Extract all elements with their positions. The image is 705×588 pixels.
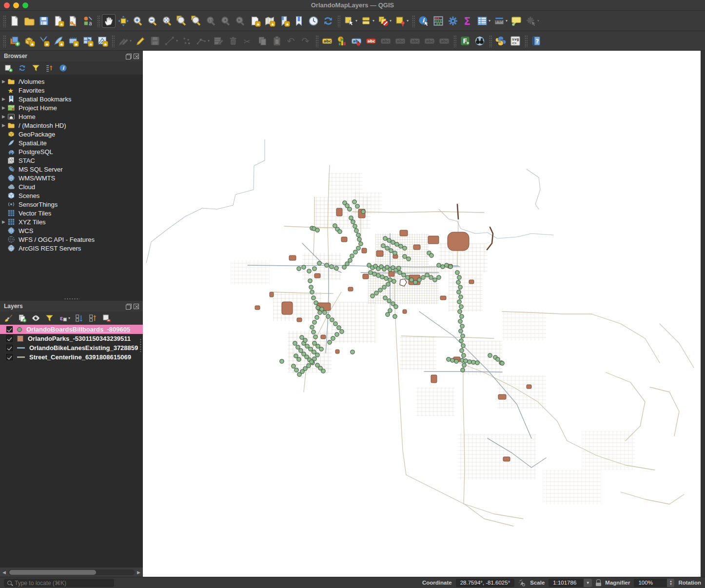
open-data-source-manager-button[interactable] (8, 34, 21, 48)
browser-item-volumes[interactable]: ▶/Volumes (0, 77, 143, 86)
browser-item-scenes[interactable]: Scenes (0, 191, 143, 200)
browser-item-wfs-ogc-api-features[interactable]: WFS / OGC API - Features (0, 235, 143, 244)
browser-close-button[interactable] (134, 54, 139, 59)
scale-combo[interactable]: 1:101786 ▼ (548, 579, 592, 587)
measure-line-button[interactable]: ▾ (492, 14, 509, 28)
refresh-map-button[interactable] (321, 14, 335, 28)
layer-symbol-swatch[interactable] (17, 327, 22, 332)
browser-item-cloud[interactable]: Cloud (0, 182, 143, 191)
expand-all-button[interactable] (75, 314, 84, 323)
layer-labeling-options-button[interactable]: abc (320, 34, 334, 48)
style-manager-button[interactable]: a (81, 14, 95, 28)
new-print-layout-button[interactable]: ★ (52, 14, 65, 28)
select-features-dropdown-arrow-icon[interactable]: ▾ (355, 19, 357, 23)
expander-icon[interactable]: ▶ (0, 114, 7, 119)
layers-hscrollbar[interactable]: ◀ ▶ (0, 567, 143, 577)
collapse-all-button[interactable] (88, 314, 98, 323)
expander-icon[interactable]: ▶ (0, 123, 7, 128)
mouse-extents-icon[interactable] (518, 579, 526, 587)
select-by-value-button[interactable]: ▾ (359, 14, 375, 28)
toolbar-grip[interactable] (453, 35, 456, 47)
layer-symbol-swatch[interactable] (17, 356, 25, 358)
filter-browser-button[interactable] (31, 63, 40, 73)
layer-name[interactable]: OrlandoParks_-5301150343239511 (28, 335, 131, 342)
new-mesh-layer-button[interactable]: ★ (96, 34, 109, 48)
browser-item-spatialite[interactable]: SpatiaLite (0, 138, 143, 147)
close-window-button[interactable] (4, 2, 10, 8)
toolbar-grip[interactable] (411, 15, 415, 27)
browser-item-ms-sql-server[interactable]: MS SQL Server (0, 165, 143, 174)
refresh-browser-button[interactable] (18, 63, 27, 73)
scroll-right-arrow-icon[interactable]: ▶ (136, 570, 142, 575)
collapse-all-button[interactable] (45, 63, 54, 73)
browser-item-arcgis-rest-servers[interactable]: ArcGIS REST Servers (0, 244, 143, 253)
dock-resize-handle[interactable] (139, 338, 142, 352)
select-by-value-dropdown-arrow-icon[interactable]: ▾ (372, 19, 374, 23)
browser-item-sensorthings[interactable]: SensorThings (0, 200, 143, 209)
expander-icon[interactable]: ▶ (0, 97, 7, 101)
layer-name[interactable]: OrlandoBikeLanesExisting_3728859 (29, 344, 138, 352)
browser-float-button[interactable] (126, 54, 131, 59)
measure-line-dropdown-arrow-icon[interactable]: ▾ (506, 19, 508, 23)
open-layer-styling-button[interactable] (4, 314, 13, 323)
toolbar-grip[interactable] (2, 35, 6, 47)
layer-name[interactable]: OrlandoBoardsBillboards_-809605 (26, 326, 130, 333)
enable-properties-widget-button[interactable]: i (59, 63, 68, 73)
expander-icon[interactable]: ▶ (0, 105, 7, 110)
deselect-all-dropdown-arrow-icon[interactable]: ▾ (390, 19, 392, 23)
panel-splitter[interactable] (0, 297, 143, 301)
open-project-button[interactable] (22, 14, 36, 28)
toggle-editing-button[interactable] (134, 34, 147, 48)
toolbar-grip[interactable] (2, 15, 6, 27)
field-tool-button[interactable]: F (458, 34, 472, 48)
browser-item-project-home[interactable]: ▶Project Home (0, 103, 143, 112)
new-postgis-layer-button[interactable]: ★ (66, 34, 80, 48)
maximize-window-button[interactable] (22, 2, 28, 8)
toolbar-grip[interactable] (315, 35, 318, 47)
help-button[interactable]: ? (529, 34, 543, 48)
layer-diagram-options-button[interactable] (335, 34, 349, 48)
browser-item-vector-tiles[interactable]: Vector Tiles (0, 209, 143, 217)
new-geopackage-layer-button[interactable]: ★ (22, 34, 36, 48)
add-group-button[interactable] (18, 314, 27, 323)
identify-features-button[interactable]: i (417, 14, 431, 28)
processing-toolbox-button[interactable] (446, 14, 460, 28)
zoom-full-extent-button[interactable] (160, 14, 174, 28)
deselect-all-button[interactable]: ▾ (376, 14, 392, 28)
layer-row-orlandoboardsbillboards-809605[interactable]: OrlandoBoardsBillboards_-809605 (0, 325, 143, 334)
expander-icon[interactable]: ▶ (0, 219, 7, 224)
zoom-out-button[interactable] (146, 14, 159, 28)
select-features-button[interactable]: ▾ (342, 14, 358, 28)
pin-unpin-labels-button[interactable]: ab (350, 34, 363, 48)
new-shapefile-layer-button[interactable]: ★ (37, 34, 51, 48)
show-layout-manager-button[interactable] (66, 14, 80, 28)
zoom-in-button[interactable] (131, 14, 145, 28)
magnifier-spin-arrows-icon[interactable]: ▲▼ (667, 579, 674, 587)
zoom-to-layer-button[interactable] (190, 14, 203, 28)
layers-close-button[interactable] (134, 304, 139, 309)
browser-item-geopackage[interactable]: GeoPackage (0, 130, 143, 138)
select-by-location-button[interactable]: ▾ (393, 14, 410, 28)
new-spatialite-layer-button[interactable]: ★ (52, 34, 65, 48)
filter-by-expression-button[interactable]: ε▾ (59, 314, 70, 323)
scroll-left-arrow-icon[interactable]: ◀ (1, 570, 7, 575)
add-selected-layers-button[interactable] (4, 63, 13, 73)
temporal-controller-button[interactable] (307, 14, 320, 28)
toolbar-grip[interactable] (524, 35, 528, 47)
vertex-tool-dropdown-arrow-icon[interactable]: ▾ (208, 39, 210, 43)
field-calculator-button[interactable] (431, 14, 445, 28)
new-spatial-bookmark-button[interactable]: ★ (277, 14, 291, 28)
layer-name[interactable]: Street_Centerline_6391808615069 (29, 353, 131, 361)
osm-place-search-button[interactable] (473, 34, 487, 48)
svg-annotation-button[interactable]: svg<> (509, 34, 522, 48)
layer-visibility-checkbox[interactable] (6, 326, 13, 333)
scale-lock-icon[interactable] (596, 579, 601, 586)
browser-item-favorites[interactable]: ★Favorites (0, 86, 143, 95)
new-project-button[interactable] (8, 14, 21, 28)
zoom-to-selection-button[interactable] (175, 14, 189, 28)
digitize-with-segment-dropdown-arrow-icon[interactable]: ▾ (176, 39, 178, 43)
new-3d-map-view-button[interactable]: ★ (263, 14, 276, 28)
map-canvas[interactable] (143, 51, 701, 577)
save-project-button[interactable] (37, 14, 51, 28)
pan-map-button[interactable] (102, 14, 116, 28)
